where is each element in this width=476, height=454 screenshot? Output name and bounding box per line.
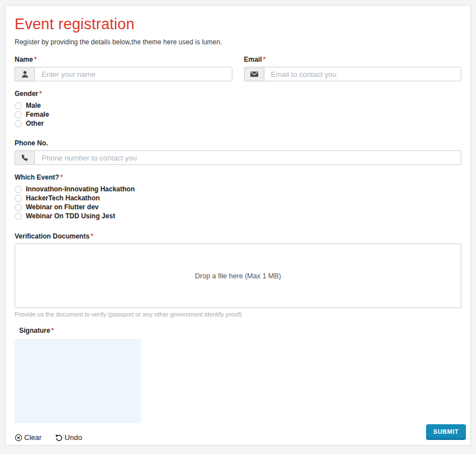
registration-form-card: Event registration Register by providing…: [5, 5, 471, 446]
name-field-group: Name*: [15, 56, 232, 81]
phone-input[interactable]: [34, 150, 461, 165]
email-label: Email*: [244, 56, 462, 63]
required-asterisk: *: [39, 90, 42, 98]
documents-label: Verification Documents*: [15, 232, 461, 240]
signature-field-group: Signature* Clear: [15, 327, 461, 442]
gender-radio-female[interactable]: [15, 111, 22, 118]
email-field-group: Email*: [244, 56, 462, 81]
event-field-group: Which Event?* Innovathon-Innovating Hack…: [15, 173, 461, 221]
event-label: Which Event?*: [15, 173, 461, 181]
name-label: Name*: [15, 56, 232, 63]
phone-icon: [15, 150, 34, 165]
signature-label: Signature*: [19, 327, 461, 334]
page-title: Event registration: [15, 16, 461, 33]
name-input-group: [15, 67, 232, 81]
event-options: Innovathon-Innovating Hackathon HackerTe…: [15, 185, 461, 221]
gender-options: Male Female Other: [15, 101, 461, 128]
submit-button[interactable]: SUBMIT: [426, 424, 466, 440]
name-email-row: Name* Email*: [15, 56, 461, 81]
gender-option-female[interactable]: Female: [15, 110, 461, 119]
undo-arrow-icon: [55, 434, 63, 442]
required-asterisk: *: [263, 56, 266, 63]
phone-field-group: Phone No.: [15, 139, 461, 165]
event-option-flutter-webinar[interactable]: Webinar on Flutter dev: [15, 203, 461, 212]
event-radio-innovathon[interactable]: [15, 186, 22, 193]
gender-radio-other[interactable]: [15, 120, 22, 127]
email-input-group: [244, 67, 462, 81]
required-asterisk: *: [90, 232, 93, 240]
documents-help-text: Provide us the document to verify (passp…: [15, 311, 461, 318]
event-option-hackertech[interactable]: HackerTech Hackathon: [15, 194, 461, 203]
circle-x-icon: [15, 434, 22, 442]
phone-input-group: [15, 150, 461, 165]
required-asterisk: *: [34, 56, 37, 63]
event-radio-flutter-webinar[interactable]: [15, 204, 22, 211]
email-input[interactable]: [264, 67, 462, 81]
gender-field-group: Gender* Male Female Other: [15, 90, 461, 128]
required-asterisk: *: [51, 327, 54, 334]
signature-clear-button[interactable]: Clear: [15, 433, 42, 442]
gender-option-male[interactable]: Male: [15, 101, 461, 110]
user-icon: [15, 67, 34, 81]
signature-canvas[interactable]: [15, 339, 141, 423]
dropzone-text: Drop a file here (Max 1 MB): [195, 272, 281, 280]
gender-option-other[interactable]: Other: [15, 119, 461, 128]
signature-undo-button[interactable]: Undo: [55, 433, 82, 442]
envelope-icon: [244, 67, 264, 81]
required-asterisk: *: [60, 173, 63, 181]
gender-radio-male[interactable]: [15, 102, 22, 109]
documents-field-group: Verification Documents* Drop a file here…: [15, 232, 461, 318]
file-dropzone[interactable]: Drop a file here (Max 1 MB): [15, 244, 461, 308]
gender-label: Gender*: [15, 90, 461, 98]
event-option-innovathon[interactable]: Innovathon-Innovating Hackathon: [15, 185, 461, 194]
event-option-tdd-webinar[interactable]: Webinar On TDD Using Jest: [15, 212, 461, 221]
page-subtitle: Register by providing the details below,…: [15, 38, 461, 46]
name-input[interactable]: [34, 67, 232, 81]
event-radio-tdd-webinar[interactable]: [15, 213, 22, 220]
phone-label: Phone No.: [15, 139, 461, 147]
event-radio-hackertech[interactable]: [15, 195, 22, 202]
signature-controls: Clear Undo: [15, 433, 461, 442]
